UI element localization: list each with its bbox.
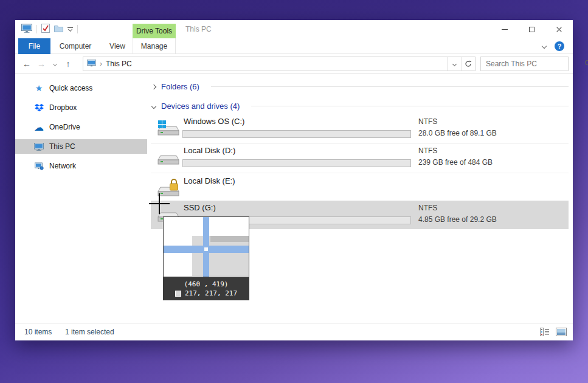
sidebar-item-label: Dropbox — [49, 103, 77, 112]
sidebar-item-onedrive[interactable]: ☁ OneDrive — [15, 120, 147, 134]
chevron-right-icon[interactable] — [151, 84, 156, 89]
group-label: Folders (6) — [161, 82, 199, 91]
maximize-button[interactable] — [518, 20, 545, 38]
color-swatch — [175, 291, 181, 297]
free-space-label: 28.0 GB free of 89.1 GB — [418, 129, 497, 137]
drive-name: Local Disk (D:) — [184, 146, 235, 155]
sidebar-item-label: OneDrive — [49, 123, 80, 131]
titlebar: Drive Tools This PC — [15, 20, 573, 38]
thumbnail-view-icon[interactable] — [556, 328, 567, 339]
back-button[interactable]: ← — [20, 54, 33, 74]
status-bar: 10 items 1 item selected — [15, 323, 573, 340]
minimize-icon — [502, 29, 508, 30]
tab-manage[interactable]: Manage — [133, 38, 176, 54]
breadcrumb-separator: › — [100, 60, 102, 68]
rgb-value: 217, 217, 217 — [185, 289, 237, 297]
sidebar-item-label: Network — [49, 162, 76, 170]
locked-drive-icon — [157, 179, 180, 197]
search-icon[interactable] — [580, 58, 588, 69]
collapse-ribbon-icon[interactable] — [542, 44, 547, 49]
window-controls — [491, 20, 573, 38]
drive-name: SSD (G:) — [184, 203, 216, 212]
close-icon — [556, 26, 562, 33]
drive-tools-contextual-tab[interactable]: Drive Tools — [133, 24, 176, 38]
quick-access-star-icon: ★ — [33, 83, 44, 93]
sidebar-item-label: Quick access — [49, 84, 92, 92]
maximize-icon — [529, 27, 534, 32]
tab-computer[interactable]: Computer — [55, 38, 95, 54]
this-pc-monitor-icon — [33, 143, 44, 151]
capacity-bar — [182, 159, 411, 167]
sidebar-item-this-pc[interactable]: This PC — [15, 139, 147, 154]
drive-row-c[interactable]: Windows OS (C:) NTFS 28.0 GB free of 89.… — [147, 116, 569, 143]
group-header-devices[interactable]: Devices and drives (4) — [152, 100, 569, 111]
sidebar-item-dropbox[interactable]: Dropbox — [15, 100, 147, 115]
minimize-button[interactable] — [491, 20, 518, 38]
drive-row-d[interactable]: Local Disk (D:) NTFS 239 GB free of 484 … — [147, 145, 569, 173]
window-title: This PC — [185, 20, 212, 38]
free-space-label: 239 GB free of 484 GB — [418, 158, 493, 167]
toolbar-separator — [77, 25, 78, 33]
magnified-view — [163, 216, 249, 277]
selection-count: 1 item selected — [65, 324, 114, 340]
sidebar-item-network[interactable]: Network — [15, 159, 147, 173]
help-icon[interactable]: ? — [555, 41, 564, 51]
navigation-pane: ★ Quick access Dropbox ☁ OneDrive — [15, 74, 147, 323]
chevron-down-icon[interactable] — [151, 103, 156, 108]
breadcrumb[interactable]: This PC — [106, 60, 132, 68]
close-button[interactable] — [545, 20, 573, 38]
sidebar-item-label: This PC — [49, 142, 75, 151]
magnifier-center-pixel — [204, 247, 208, 251]
hard-drive-icon — [157, 148, 180, 167]
properties-icon[interactable] — [41, 24, 50, 35]
recent-locations-icon[interactable] — [50, 54, 59, 74]
quick-access-toolbar — [21, 20, 78, 38]
onedrive-cloud-icon: ☁ — [33, 122, 44, 133]
picker-info-panel: (460 , 419) 217, 217, 217 — [163, 277, 249, 300]
row-divider — [151, 143, 569, 144]
filesystem-label: NTFS — [418, 147, 437, 155]
forward-button[interactable]: → — [35, 54, 48, 74]
drive-row-e[interactable]: Local Disk (E:) — [147, 175, 569, 203]
item-count: 10 items — [24, 324, 52, 340]
filesystem-label: NTFS — [418, 204, 437, 212]
search-input[interactable] — [481, 60, 580, 68]
sidebar-item-quick-access[interactable]: ★ Quick access — [15, 81, 147, 95]
tab-view[interactable]: View — [103, 38, 132, 54]
details-view-icon[interactable] — [540, 328, 550, 339]
group-divider — [251, 106, 569, 106]
drive-name: Local Disk (E:) — [184, 176, 235, 185]
row-divider — [151, 173, 569, 173]
free-space-label: 4.85 GB free of 29.2 GB — [418, 215, 497, 224]
customize-toolbar-icon[interactable] — [67, 27, 73, 31]
group-header-folders[interactable]: Folders (6) — [152, 81, 569, 92]
new-folder-icon[interactable] — [54, 24, 63, 35]
filesystem-label: NTFS — [418, 117, 437, 126]
tab-file[interactable]: File — [18, 38, 50, 54]
capacity-bar — [182, 130, 411, 138]
search-box[interactable] — [480, 57, 569, 71]
group-divider — [211, 86, 569, 87]
magnified-pixels — [210, 236, 249, 242]
drive-name: Windows OS (C:) — [184, 117, 244, 126]
color-picker-magnifier: (460 , 419) 217, 217, 217 — [163, 216, 249, 300]
address-this-pc-icon — [87, 60, 96, 69]
refresh-icon[interactable] — [461, 57, 475, 71]
desktop: Drive Tools This PC File Computer View M… — [0, 0, 588, 383]
crosshair-cursor — [159, 193, 160, 214]
toolbar-separator — [36, 25, 37, 33]
address-bar[interactable]: › This PC — [83, 57, 476, 71]
ribbon-tab-row: File Computer View Manage ? — [15, 38, 573, 54]
file-explorer-window: Drive Tools This PC File Computer View M… — [15, 20, 573, 340]
cursor-coordinates: (460 , 419) — [184, 280, 229, 288]
windows-drive-icon — [157, 119, 180, 137]
address-dropdown-icon[interactable] — [447, 57, 461, 71]
group-label: Devices and drives (4) — [161, 102, 240, 111]
up-button[interactable]: ↑ — [61, 54, 75, 74]
network-icon — [33, 162, 44, 170]
navigation-bar: ← → ↑ › This PC — [15, 54, 573, 74]
this-pc-icon[interactable] — [21, 24, 32, 35]
dropbox-icon — [33, 104, 44, 112]
content-area: ★ Quick access Dropbox ☁ OneDrive — [15, 74, 573, 323]
